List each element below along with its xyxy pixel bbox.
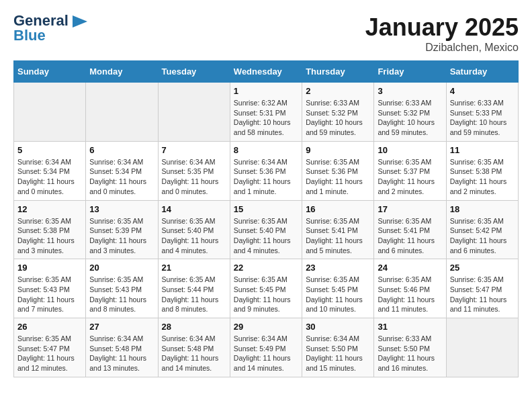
day-info: Sunrise: 6:33 AMSunset: 5:32 PMDaylight:… (306, 98, 370, 138)
day-info: Sunrise: 6:35 AMSunset: 5:47 PMDaylight:… (450, 275, 515, 314)
calendar-cell: 17Sunrise: 6:35 AMSunset: 5:41 PMDayligh… (374, 200, 446, 259)
calendar-cell: 12Sunrise: 6:35 AMSunset: 5:38 PMDayligh… (14, 200, 86, 259)
calendar-cell: 8Sunrise: 6:34 AMSunset: 5:36 PMDaylight… (230, 141, 302, 200)
weekday-header-row: SundayMondayTuesdayWednesdayThursdayFrid… (14, 61, 519, 83)
calendar-cell: 2Sunrise: 6:33 AMSunset: 5:32 PMDaylight… (302, 83, 374, 142)
calendar-cell: 21Sunrise: 6:35 AMSunset: 5:44 PMDayligh… (158, 259, 230, 318)
day-number: 22 (234, 263, 298, 273)
day-number: 31 (378, 322, 442, 332)
day-number: 1 (234, 86, 298, 96)
day-info: Sunrise: 6:33 AMSunset: 5:32 PMDaylight:… (378, 98, 442, 138)
weekday-header-monday: Monday (86, 61, 158, 83)
day-info: Sunrise: 6:35 AMSunset: 5:45 PMDaylight:… (306, 275, 370, 314)
day-number: 10 (378, 145, 442, 155)
day-number: 25 (450, 263, 515, 273)
weekday-header-saturday: Saturday (446, 61, 518, 83)
day-number: 15 (234, 204, 298, 214)
calendar-cell (446, 318, 518, 377)
day-info: Sunrise: 6:35 AMSunset: 5:45 PMDaylight:… (234, 275, 298, 314)
calendar-cell: 20Sunrise: 6:35 AMSunset: 5:43 PMDayligh… (86, 259, 158, 318)
calendar-cell: 13Sunrise: 6:35 AMSunset: 5:39 PMDayligh… (86, 200, 158, 259)
page-header: General Blue January 2025 Dzibalchen, Me… (13, 13, 519, 54)
month-title: January 2025 (365, 13, 519, 42)
day-info: Sunrise: 6:35 AMSunset: 5:37 PMDaylight:… (378, 157, 442, 197)
day-number: 2 (306, 86, 370, 96)
calendar-cell: 1Sunrise: 6:32 AMSunset: 5:31 PMDaylight… (230, 83, 302, 142)
calendar-cell (14, 83, 86, 142)
day-number: 16 (306, 204, 370, 214)
day-info: Sunrise: 6:35 AMSunset: 5:46 PMDaylight:… (378, 275, 442, 314)
day-info: Sunrise: 6:35 AMSunset: 5:44 PMDaylight:… (162, 275, 226, 314)
day-number: 18 (450, 204, 515, 214)
calendar-cell (86, 83, 158, 142)
day-info: Sunrise: 6:35 AMSunset: 5:38 PMDaylight:… (450, 157, 515, 197)
day-info: Sunrise: 6:35 AMSunset: 5:38 PMDaylight:… (17, 216, 82, 256)
calendar-cell: 25Sunrise: 6:35 AMSunset: 5:47 PMDayligh… (446, 259, 518, 318)
day-number: 26 (17, 322, 82, 332)
calendar-cell: 28Sunrise: 6:34 AMSunset: 5:48 PMDayligh… (158, 318, 230, 377)
day-info: Sunrise: 6:34 AMSunset: 5:49 PMDaylight:… (234, 334, 298, 373)
weekday-header-tuesday: Tuesday (158, 61, 230, 83)
day-number: 6 (89, 145, 154, 155)
weekday-header-wednesday: Wednesday (230, 61, 302, 83)
weekday-header-friday: Friday (374, 61, 446, 83)
day-number: 29 (234, 322, 298, 332)
logo-blue: Blue (13, 28, 46, 43)
day-number: 5 (17, 145, 82, 155)
day-info: Sunrise: 6:33 AMSunset: 5:33 PMDaylight:… (450, 98, 515, 138)
day-info: Sunrise: 6:34 AMSunset: 5:34 PMDaylight:… (17, 157, 82, 197)
day-number: 4 (450, 86, 515, 96)
day-number: 14 (162, 204, 226, 214)
calendar-cell: 5Sunrise: 6:34 AMSunset: 5:34 PMDaylight… (14, 141, 86, 200)
day-info: Sunrise: 6:35 AMSunset: 5:42 PMDaylight:… (450, 216, 515, 256)
day-info: Sunrise: 6:32 AMSunset: 5:31 PMDaylight:… (234, 98, 298, 138)
calendar-cell: 11Sunrise: 6:35 AMSunset: 5:38 PMDayligh… (446, 141, 518, 200)
calendar-cell: 31Sunrise: 6:33 AMSunset: 5:50 PMDayligh… (374, 318, 446, 377)
day-info: Sunrise: 6:33 AMSunset: 5:50 PMDaylight:… (378, 334, 442, 373)
day-info: Sunrise: 6:35 AMSunset: 5:43 PMDaylight:… (17, 275, 82, 314)
calendar-cell: 30Sunrise: 6:34 AMSunset: 5:50 PMDayligh… (302, 318, 374, 377)
calendar-cell: 3Sunrise: 6:33 AMSunset: 5:32 PMDaylight… (374, 83, 446, 142)
day-info: Sunrise: 6:34 AMSunset: 5:35 PMDaylight:… (162, 157, 226, 197)
day-number: 8 (234, 145, 298, 155)
day-number: 20 (89, 263, 154, 273)
location: Dzibalchen, Mexico (365, 42, 519, 54)
calendar-cell: 14Sunrise: 6:35 AMSunset: 5:40 PMDayligh… (158, 200, 230, 259)
calendar-cell (158, 83, 230, 142)
day-info: Sunrise: 6:35 AMSunset: 5:40 PMDaylight:… (234, 216, 298, 256)
calendar-week-row: 5Sunrise: 6:34 AMSunset: 5:34 PMDaylight… (14, 141, 519, 200)
calendar-cell: 19Sunrise: 6:35 AMSunset: 5:43 PMDayligh… (14, 259, 86, 318)
day-info: Sunrise: 6:35 AMSunset: 5:47 PMDaylight:… (17, 334, 82, 373)
day-number: 24 (378, 263, 442, 273)
calendar-cell: 7Sunrise: 6:34 AMSunset: 5:35 PMDaylight… (158, 141, 230, 200)
day-info: Sunrise: 6:34 AMSunset: 5:36 PMDaylight:… (234, 157, 298, 197)
day-number: 23 (306, 263, 370, 273)
calendar-cell: 26Sunrise: 6:35 AMSunset: 5:47 PMDayligh… (14, 318, 86, 377)
day-number: 27 (89, 322, 154, 332)
calendar-cell: 24Sunrise: 6:35 AMSunset: 5:46 PMDayligh… (374, 259, 446, 318)
day-number: 13 (89, 204, 154, 214)
calendar-cell: 27Sunrise: 6:34 AMSunset: 5:48 PMDayligh… (86, 318, 158, 377)
calendar-cell: 9Sunrise: 6:35 AMSunset: 5:36 PMDaylight… (302, 141, 374, 200)
calendar-cell: 4Sunrise: 6:33 AMSunset: 5:33 PMDaylight… (446, 83, 518, 142)
day-info: Sunrise: 6:35 AMSunset: 5:41 PMDaylight:… (378, 216, 442, 256)
day-number: 7 (162, 145, 226, 155)
calendar-cell: 16Sunrise: 6:35 AMSunset: 5:41 PMDayligh… (302, 200, 374, 259)
calendar-cell: 10Sunrise: 6:35 AMSunset: 5:37 PMDayligh… (374, 141, 446, 200)
day-number: 30 (306, 322, 370, 332)
weekday-header-thursday: Thursday (302, 61, 374, 83)
day-info: Sunrise: 6:35 AMSunset: 5:36 PMDaylight:… (306, 157, 370, 197)
calendar-week-row: 12Sunrise: 6:35 AMSunset: 5:38 PMDayligh… (14, 200, 519, 259)
calendar-cell: 22Sunrise: 6:35 AMSunset: 5:45 PMDayligh… (230, 259, 302, 318)
day-info: Sunrise: 6:35 AMSunset: 5:41 PMDaylight:… (306, 216, 370, 256)
day-number: 28 (162, 322, 226, 332)
day-number: 12 (17, 204, 82, 214)
day-info: Sunrise: 6:35 AMSunset: 5:43 PMDaylight:… (89, 275, 154, 314)
calendar-cell: 15Sunrise: 6:35 AMSunset: 5:40 PMDayligh… (230, 200, 302, 259)
calendar-cell: 23Sunrise: 6:35 AMSunset: 5:45 PMDayligh… (302, 259, 374, 318)
day-number: 17 (378, 204, 442, 214)
svg-marker-0 (73, 15, 87, 28)
day-info: Sunrise: 6:35 AMSunset: 5:39 PMDaylight:… (89, 216, 154, 256)
day-info: Sunrise: 6:34 AMSunset: 5:50 PMDaylight:… (306, 334, 370, 373)
calendar-week-row: 19Sunrise: 6:35 AMSunset: 5:43 PMDayligh… (14, 259, 519, 318)
